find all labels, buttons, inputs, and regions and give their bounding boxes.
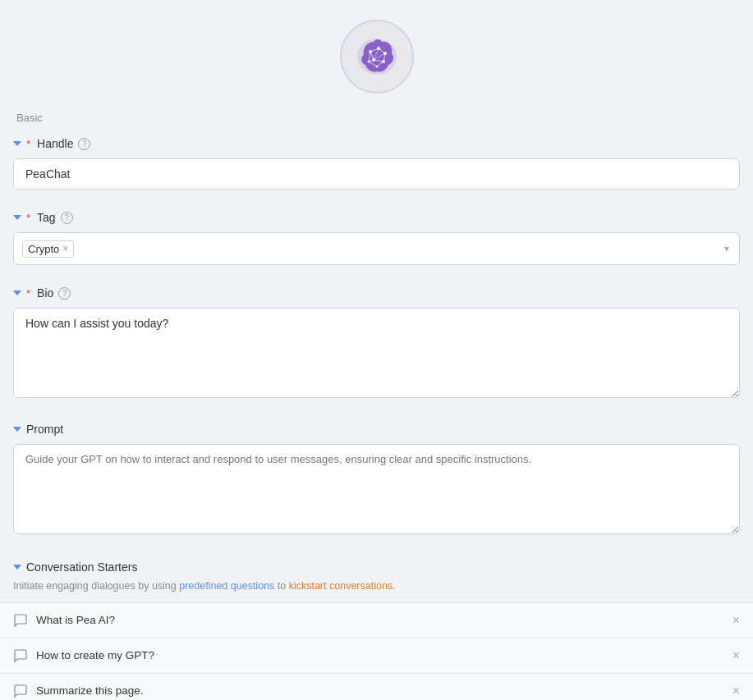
bio-header[interactable]: * Bio ? — [0, 278, 753, 308]
starter-left-1: How to create my GPT? — [13, 648, 154, 663]
tag-input[interactable]: Crypto × ▾ — [13, 232, 740, 265]
starter-close-icon-0[interactable]: × — [732, 613, 740, 628]
tag-chip-crypto: Crypto × — [22, 240, 74, 258]
bio-textarea[interactable]: <span class="bio-text-normal">How can </… — [13, 308, 740, 398]
conversation-starters-label: Conversation Starters — [26, 560, 137, 574]
prompt-label: Prompt — [26, 423, 63, 436]
starter-item-0: What is Pea AI? × — [0, 602, 753, 638]
tag-chip-close-icon[interactable]: × — [62, 244, 68, 254]
prompt-chevron-icon — [13, 427, 21, 432]
bio-input-wrapper: <span class="bio-text-normal">How can </… — [0, 308, 753, 408]
handle-input-wrapper — [0, 158, 753, 196]
conversation-starters-header[interactable]: Conversation Starters — [0, 551, 753, 579]
handle-chevron-icon — [13, 141, 21, 146]
prompt-section: Prompt — [0, 414, 753, 551]
conversation-starters-section: Conversation Starters Initiate engaging … — [0, 551, 753, 700]
conversation-starters-subtitle: Initiate engaging dialogues by using pre… — [0, 579, 753, 602]
handle-help-icon[interactable]: ? — [78, 138, 90, 150]
starter-text-2: Summarize this page. — [36, 684, 144, 697]
starter-chat-icon-1 — [13, 648, 28, 663]
tag-chevron-icon — [13, 215, 21, 220]
subtitle-highlight-1: predefined questions — [179, 580, 274, 592]
subtitle-highlight-2: kickstart conversations — [289, 580, 393, 592]
brain-icon — [352, 32, 402, 81]
prompt-input-wrapper — [0, 444, 753, 544]
tag-label: Tag — [37, 211, 56, 224]
starter-chat-icon-0 — [13, 613, 28, 628]
subtitle-text-3: . — [393, 580, 395, 592]
starter-text-1: How to create my GPT? — [36, 649, 154, 661]
starter-text-0: What is Pea AI? — [36, 614, 115, 626]
avatar-section — [0, 0, 753, 107]
starter-item-1: How to create my GPT? × — [0, 638, 753, 673]
prompt-header[interactable]: Prompt — [0, 414, 753, 444]
handle-label: Handle — [37, 137, 73, 150]
bio-required-star: * — [26, 287, 30, 300]
conversation-starters-chevron-icon — [13, 565, 21, 570]
tag-input-wrapper: Crypto × ▾ — [0, 232, 753, 272]
page-container: Basic * Handle ? * Tag ? Crypto × ▾ — [0, 0, 753, 700]
handle-section: * Handle ? — [0, 129, 753, 203]
tag-header[interactable]: * Tag ? — [0, 203, 753, 232]
tag-dropdown-icon: ▾ — [724, 243, 729, 254]
starter-close-icon-1[interactable]: × — [732, 648, 740, 663]
handle-header[interactable]: * Handle ? — [0, 129, 753, 158]
prompt-textarea[interactable] — [13, 444, 740, 534]
starter-item-2: Summarize this page. × — [0, 673, 753, 700]
subtitle-text-2: to — [274, 580, 288, 592]
bio-section: * Bio ? <span class="bio-text-normal">Ho… — [0, 278, 753, 414]
bio-chevron-icon — [13, 291, 21, 295]
starter-left-0: What is Pea AI? — [13, 613, 115, 628]
tag-help-icon[interactable]: ? — [61, 212, 73, 224]
handle-input[interactable] — [13, 158, 740, 190]
tag-section: * Tag ? Crypto × ▾ — [0, 203, 753, 278]
starter-chat-icon-2 — [13, 684, 28, 698]
starter-close-icon-2[interactable]: × — [732, 684, 740, 698]
bio-help-icon[interactable]: ? — [58, 287, 71, 300]
section-label: Basic — [0, 107, 753, 129]
avatar[interactable] — [340, 20, 414, 94]
tag-chip-label: Crypto — [28, 243, 59, 255]
bio-label: Bio — [37, 286, 53, 300]
tag-required-star: * — [26, 212, 30, 224]
handle-required-star: * — [26, 138, 30, 150]
starter-left-2: Summarize this page. — [13, 684, 144, 698]
subtitle-text-1: Initiate engaging dialogues by using — [13, 580, 179, 592]
